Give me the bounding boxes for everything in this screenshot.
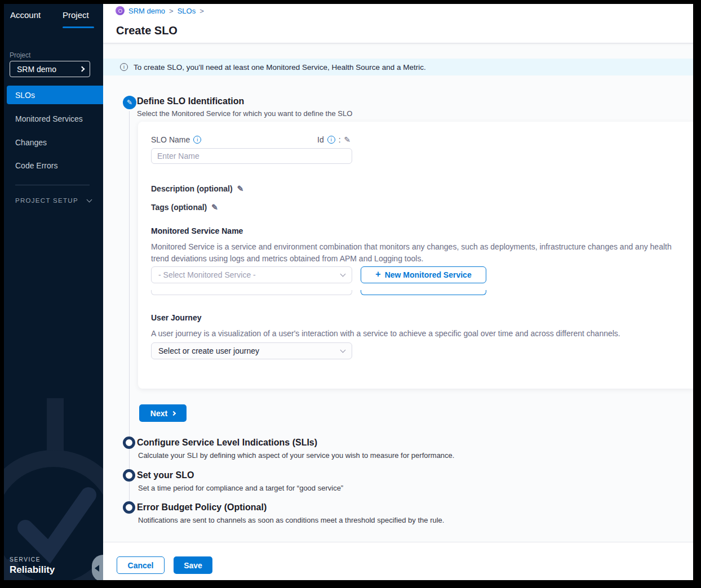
plus-icon: + (375, 269, 380, 279)
step4-title[interactable]: Error Budget Policy (Optional) (137, 502, 267, 513)
slo-name-label-text: SLO Name (151, 135, 190, 144)
sidebar-divider (15, 185, 90, 185)
id-label: Id i : ✎ (317, 135, 350, 144)
breadcrumb-link-slos[interactable]: SLOs (178, 7, 196, 15)
breadcrumb-separator: > (169, 7, 174, 15)
step3-title[interactable]: Set your SLO (137, 470, 194, 480)
step4-circle[interactable] (123, 501, 135, 514)
edit-description-icon[interactable]: ✎ (237, 184, 244, 193)
step2-circle[interactable] (123, 436, 135, 449)
chevron-right-icon (171, 411, 176, 415)
sidebar-item-monitored-services[interactable]: Monitored Services (15, 114, 83, 123)
sidebar-item-label: SLOs (15, 91, 35, 100)
edit-tags-icon[interactable]: ✎ (211, 203, 218, 212)
tags-label: Tags (optional) ✎ (151, 203, 218, 212)
srm-module-icon (116, 6, 125, 15)
step2-description: Calculate your SLI by defining which asp… (138, 451, 454, 460)
step4-description: Notifications are sent to channels as so… (138, 516, 444, 524)
info-icon[interactable]: i (193, 136, 201, 144)
tab-project[interactable]: Project (63, 10, 89, 20)
pencil-icon: ✎ (127, 99, 132, 106)
chevron-down-icon (340, 271, 346, 277)
project-setup-toggle[interactable]: PROJECT SETUP (15, 197, 91, 204)
chevron-down-icon (340, 347, 346, 353)
monitored-service-select-placeholder: - Select Monitored Service - (158, 270, 256, 279)
step1-title: Define SLO Identification (137, 96, 244, 106)
new-monitored-service-button[interactable]: + New Monitored Service (361, 266, 486, 283)
breadcrumb-link-srm-demo[interactable]: SRM demo (128, 7, 165, 15)
step2-title[interactable]: Configure Service Level Indications (SLI… (137, 438, 317, 448)
banner-text: To create SLO, you'll need at least one … (134, 63, 426, 72)
monitored-service-select[interactable]: - Select Monitored Service - (151, 266, 352, 283)
user-journey-heading: User Journey (151, 313, 201, 322)
id-label-text: Id (317, 135, 324, 144)
step3-description: Set a time period for compliance and a t… (138, 484, 343, 492)
step1-subtitle: Select the Monitored Service for which y… (137, 109, 352, 118)
user-journey-select-value: Select or create user journey (158, 346, 259, 355)
collapse-arrow-icon (95, 565, 99, 572)
monitored-service-description: Monitored Service is a service and envir… (151, 241, 676, 265)
project-selector[interactable]: SRM demo (10, 61, 90, 77)
reliability-watermark-icon (4, 398, 103, 580)
breadcrumb: SRM demo > SLOs > (116, 6, 204, 15)
project-section-label: Project (10, 51, 30, 59)
project-setup-label: PROJECT SETUP (15, 197, 78, 204)
id-colon: : (339, 135, 341, 144)
cancel-button[interactable]: Cancel (117, 556, 165, 574)
page-header: SRM demo > SLOs > Create SLO (103, 4, 693, 43)
description-label: Description (optional) ✎ (151, 184, 243, 193)
slo-identification-card: SLO Name i Id i : ✎ Description (optiona… (138, 122, 693, 389)
slo-name-input[interactable] (151, 148, 352, 164)
sidebar-item-code-errors[interactable]: Code Errors (15, 161, 57, 170)
monitored-service-heading: Monitored Service Name (151, 226, 243, 235)
slo-name-label: SLO Name i (151, 135, 201, 144)
info-banner: i To create SLO, you'll need at least on… (103, 59, 693, 75)
new-monitored-service-label: New Monitored Service (385, 270, 472, 279)
app-window: Account Project Project SRM demo SLOs Mo… (4, 4, 693, 580)
step1-edit-icon[interactable]: ✎ (123, 96, 136, 109)
module-name: Reliability (10, 564, 55, 576)
description-label-text: Description (optional) (151, 184, 233, 193)
sidebar-item-changes[interactable]: Changes (15, 138, 47, 147)
form-footer: Cancel Save (103, 542, 693, 580)
active-tab-underline (63, 26, 94, 28)
chevron-right-icon (79, 66, 85, 72)
new-monitored-service-button-shadow (361, 290, 486, 295)
edit-id-icon[interactable]: ✎ (344, 135, 351, 144)
user-journey-select[interactable]: Select or create user journey (151, 342, 352, 359)
info-icon[interactable]: i (327, 136, 335, 144)
monitored-service-select-shadow (151, 290, 352, 295)
tags-label-text: Tags (optional) (151, 203, 207, 212)
user-journey-description: A user journey is a visualization of a u… (151, 328, 676, 340)
next-button[interactable]: Next (139, 404, 187, 422)
next-button-label: Next (150, 409, 167, 418)
page-title: Create SLO (116, 24, 178, 37)
tab-account[interactable]: Account (10, 10, 41, 20)
step3-circle[interactable] (123, 469, 135, 482)
sidebar-item-slos[interactable]: SLOs (7, 86, 103, 104)
project-selector-value: SRM demo (17, 65, 56, 74)
save-button[interactable]: Save (174, 556, 212, 574)
chevron-down-icon (86, 197, 92, 202)
sidebar: Account Project Project SRM demo SLOs Mo… (4, 4, 103, 580)
breadcrumb-separator: > (199, 7, 204, 15)
info-icon: i (120, 63, 128, 71)
module-kicker: SERVICE (10, 556, 41, 563)
main-content: SRM demo > SLOs > Create SLO i To create… (103, 4, 693, 580)
